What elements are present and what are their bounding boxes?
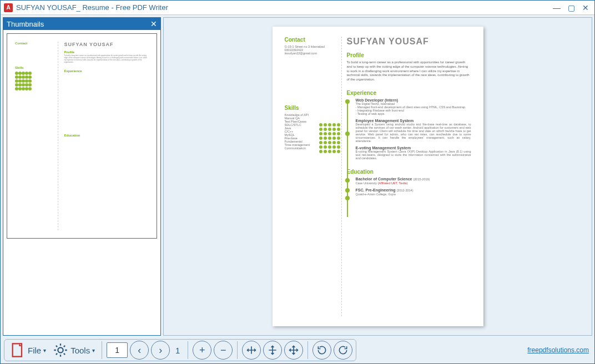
app-icon: A (4, 3, 13, 12)
exp1-title: Web Developer (Intern) (356, 98, 471, 102)
zoom-in-button[interactable]: + (193, 341, 211, 360)
exp1-b3: - Testing of web apps (356, 112, 471, 115)
thumb-skills-head: Skills (15, 66, 52, 69)
profile-text: To build a long-term career as a profess… (347, 60, 471, 82)
thumbnails-header: Thumbnails ✕ (3, 18, 160, 30)
minimize-button[interactable]: — (551, 3, 562, 12)
fit-height-icon (267, 345, 278, 356)
thumbnails-panel: Thumbnails ✕ Contact Skills (3, 17, 161, 336)
titlebar: A SUFYAN YOUSAF_ Resume - Free PDF Write… (1, 1, 594, 15)
fit-width-icon (246, 345, 257, 356)
fit-width-button[interactable] (242, 341, 261, 360)
prev-page-button[interactable]: ‹ (130, 341, 149, 360)
thumb-edu-head: Education (64, 134, 149, 137)
minus-icon: − (220, 345, 226, 356)
thumbnails-title: Thumbnails (7, 20, 44, 28)
file-label: File (27, 346, 42, 355)
edu2-title: FSC. Pre-Engineering (356, 188, 396, 192)
window-title: SUFYAN YOUSAF_ Resume - Free PDF Writer (16, 3, 551, 12)
resume-name: SUFYAN YOUSAF (347, 37, 471, 47)
fit-page-button[interactable] (284, 341, 303, 360)
exp2-title: Employee Management System (356, 119, 471, 123)
edu2-sub: Quaid-e-Azam College, Gojra (356, 193, 396, 196)
exp3-title: E-voting Management System (356, 146, 471, 150)
window-controls: — ▢ ✕ (551, 3, 591, 12)
exp2-text: Developed a System using android studio … (356, 123, 471, 143)
footer-link[interactable]: freepdfsolutions.com (527, 346, 591, 354)
chevron-down-icon: ▾ (43, 347, 46, 353)
profile-heading: Profile (347, 52, 471, 58)
fit-height-button[interactable] (263, 341, 282, 360)
document-page: Contact G-15-1 Street no 3 Islamabad 030… (273, 27, 483, 326)
chevron-right-icon: › (159, 345, 162, 356)
document-viewer[interactable]: Contact G-15-1 Street no 3 Islamabad 030… (163, 17, 592, 336)
thumb-profile-head: Profile (64, 50, 149, 54)
chevron-left-icon: ‹ (138, 345, 141, 356)
chevron-down-icon: ▾ (92, 347, 95, 353)
gear-icon (53, 342, 68, 358)
svg-point-1 (58, 347, 63, 352)
total-pages-label: 1 (172, 346, 183, 355)
close-button[interactable]: ✕ (580, 3, 591, 12)
thumbnails-close-button[interactable]: ✕ (150, 19, 157, 28)
file-menu-button[interactable]: File ▾ (8, 341, 48, 360)
education-heading: Education (347, 169, 471, 175)
pdf-file-icon (10, 342, 26, 358)
app-window: A SUFYAN YOUSAF_ Resume - Free PDF Write… (0, 0, 595, 364)
edu1-sub: Case University (356, 181, 378, 185)
current-page-input[interactable] (107, 342, 128, 358)
contact-heading: Contact (285, 37, 337, 43)
thumb-name: SUFYAN YOUSAF (64, 42, 149, 47)
skills-heading: Skills (285, 105, 337, 111)
experience-heading: Experience (347, 90, 471, 96)
tools-menu-button[interactable]: Tools ▾ (51, 341, 97, 360)
thumb-profile-text: To build a long-term career as a profess… (64, 55, 149, 64)
edu1-title: Bachelor of Computer Science (356, 177, 412, 181)
thumbnail-page-1[interactable]: Contact Skills (7, 33, 157, 239)
rotate-left-button[interactable] (312, 341, 331, 360)
rotate-right-icon (337, 345, 349, 356)
edu1-years: (2015-2019) (413, 178, 430, 181)
edu2-years: (2012-2014) (397, 189, 414, 192)
exp3-text: E-voting Management System (Java OOP) De… (356, 150, 471, 160)
zoom-out-button[interactable]: − (214, 341, 233, 360)
rotate-right-button[interactable] (334, 341, 352, 360)
tools-label: Tools (69, 346, 91, 355)
plus-icon: + (199, 345, 205, 356)
fit-page-icon (288, 345, 299, 356)
next-page-button[interactable]: › (151, 341, 170, 360)
maximize-button[interactable]: ▢ (566, 3, 577, 12)
thumbnails-body[interactable]: Contact Skills (3, 30, 160, 335)
app-body: Thumbnails ✕ Contact Skills (1, 15, 594, 338)
toolbar: File ▾ Tools ▾ ‹ › 1 + − (4, 339, 356, 361)
rotate-left-icon (316, 345, 327, 356)
edu1-aff: (Affiliated UET, Taxila) (378, 181, 408, 185)
toolbar-container: File ▾ Tools ▾ ‹ › 1 + − (1, 338, 594, 363)
